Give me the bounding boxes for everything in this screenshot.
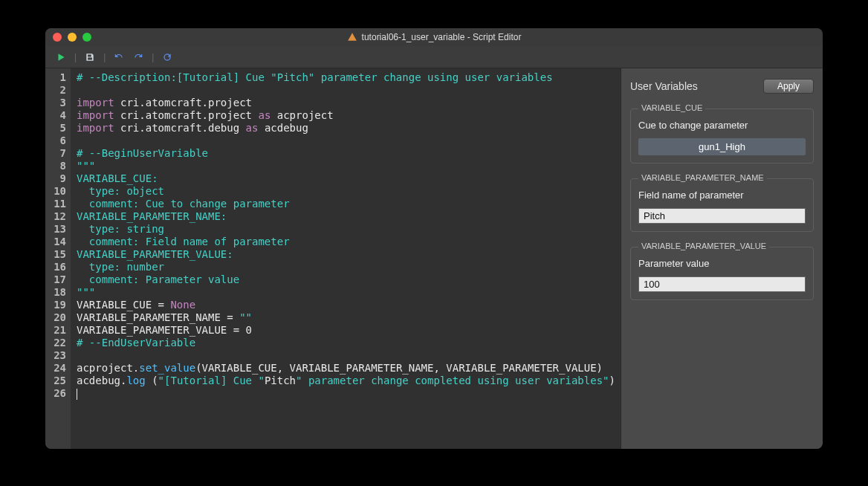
line-number: 13 — [47, 223, 66, 236]
line-number: 16 — [47, 261, 66, 273]
line-number: 7 — [47, 147, 66, 160]
line-number: 12 — [47, 210, 66, 223]
side-header: User Variables Apply — [630, 79, 814, 94]
line-number: 18 — [47, 286, 66, 299]
line-number: 4 — [47, 109, 66, 122]
code-line[interactable]: VARIABLE_CUE: — [77, 172, 615, 185]
line-number: 17 — [47, 273, 66, 286]
code-line[interactable]: type: object — [77, 185, 615, 198]
undo-button[interactable] — [111, 49, 127, 65]
code-line[interactable] — [77, 349, 615, 362]
close-button[interactable] — [53, 33, 62, 42]
line-number: 14 — [47, 236, 66, 248]
code-line[interactable]: # --EndUserVariable — [77, 337, 615, 349]
code-line[interactable]: acdebug.log ("[Tutorial] Cue "Pitch" par… — [77, 375, 615, 387]
code-line[interactable]: type: number — [77, 261, 615, 273]
run-button[interactable] — [53, 49, 69, 65]
code-line[interactable]: import cri.atomcraft.debug as acdebug — [77, 122, 615, 135]
line-number: 2 — [47, 84, 66, 97]
variable-text-input[interactable] — [638, 208, 806, 224]
toolbar-separator: | — [72, 52, 79, 62]
variable-object-dropzone[interactable]: gun1_High — [638, 138, 806, 155]
variable-number-input[interactable] — [638, 276, 806, 292]
minimize-button[interactable] — [68, 33, 77, 42]
line-number: 23 — [47, 349, 66, 362]
variable-comment: Field name of parameter — [638, 189, 806, 201]
side-title: User Variables — [630, 80, 698, 92]
variable-group: VARIABLE_PARAMETER_VALUEParameter value — [630, 247, 814, 300]
line-number-gutter: 1234567891011121314151617181920212223242… — [45, 68, 71, 449]
toolbar-separator: | — [101, 52, 108, 62]
code-area[interactable]: # --Description:[Tutorial] Cue "Pitch" p… — [71, 68, 621, 449]
code-line[interactable]: comment: Cue to change parameter — [77, 198, 615, 210]
code-line[interactable]: VARIABLE_CUE = None — [77, 299, 615, 311]
line-number: 24 — [47, 362, 66, 375]
line-number: 8 — [47, 160, 66, 172]
redo-button[interactable] — [130, 49, 146, 65]
code-line[interactable]: VARIABLE_PARAMETER_NAME: — [77, 210, 615, 223]
variable-name-label: VARIABLE_PARAMETER_NAME — [638, 173, 767, 182]
line-number: 22 — [47, 337, 66, 349]
code-line[interactable]: # --BeginUserVariable — [77, 147, 615, 160]
line-number: 9 — [47, 172, 66, 185]
variable-group: VARIABLE_CUECue to change parametergun1_… — [630, 108, 814, 163]
code-line[interactable] — [77, 387, 615, 400]
code-line[interactable]: VARIABLE_PARAMETER_NAME = "" — [77, 311, 615, 324]
code-line[interactable]: acproject.set_value(VARIABLE_CUE, VARIAB… — [77, 362, 615, 375]
line-number: 25 — [47, 375, 66, 387]
line-number: 15 — [47, 248, 66, 261]
line-number: 11 — [47, 198, 66, 210]
line-number: 3 — [47, 97, 66, 109]
line-number: 20 — [47, 311, 66, 324]
code-line[interactable]: comment: Parameter value — [77, 273, 615, 286]
line-number: 6 — [47, 135, 66, 147]
app-icon — [347, 32, 357, 42]
variable-comment: Cue to change parameter — [638, 120, 806, 131]
toolbar-separator: | — [149, 52, 156, 62]
refresh-button[interactable] — [159, 49, 175, 65]
variable-group: VARIABLE_PARAMETER_NAMEField name of par… — [630, 178, 814, 232]
user-variables-panel: User Variables Apply VARIABLE_CUECue to … — [621, 68, 823, 449]
line-number: 1 — [47, 71, 66, 84]
code-line[interactable]: comment: Field name of parameter — [77, 236, 615, 248]
variable-name-label: VARIABLE_PARAMETER_VALUE — [638, 242, 769, 250]
body: 1234567891011121314151617181920212223242… — [45, 68, 823, 449]
code-line[interactable]: VARIABLE_PARAMETER_VALUE: — [77, 248, 615, 261]
text-cursor — [77, 389, 77, 400]
line-number: 26 — [47, 387, 66, 400]
line-number: 21 — [47, 324, 66, 337]
line-number: 5 — [47, 122, 66, 135]
code-line[interactable] — [77, 135, 615, 147]
code-line[interactable]: type: string — [77, 223, 615, 236]
code-editor[interactable]: 1234567891011121314151617181920212223242… — [45, 68, 621, 449]
code-line[interactable]: """ — [77, 286, 615, 299]
save-button[interactable] — [82, 49, 98, 65]
traffic-lights — [53, 33, 91, 42]
titlebar: tutorial06-1_user_variable - Script Edit… — [45, 28, 823, 46]
line-number: 19 — [47, 299, 66, 311]
code-line[interactable]: # --Description:[Tutorial] Cue "Pitch" p… — [77, 71, 615, 84]
script-editor-window: tutorial06-1_user_variable - Script Edit… — [45, 28, 823, 449]
maximize-button[interactable] — [82, 33, 91, 42]
code-line[interactable]: """ — [77, 160, 615, 172]
code-line[interactable] — [77, 84, 615, 97]
toolbar: | | | — [45, 46, 823, 68]
variable-comment: Parameter value — [638, 258, 806, 269]
code-line[interactable]: VARIABLE_PARAMETER_VALUE = 0 — [77, 324, 615, 337]
variable-name-label: VARIABLE_CUE — [638, 103, 705, 112]
code-line[interactable]: import cri.atomcraft.project — [77, 97, 615, 109]
line-number: 10 — [47, 185, 66, 198]
apply-button[interactable]: Apply — [763, 79, 814, 94]
window-title-text: tutorial06-1_user_variable - Script Edit… — [362, 32, 522, 42]
window-title: tutorial06-1_user_variable - Script Edit… — [53, 32, 815, 42]
code-line[interactable]: import cri.atomcraft.project as acprojec… — [77, 109, 615, 122]
